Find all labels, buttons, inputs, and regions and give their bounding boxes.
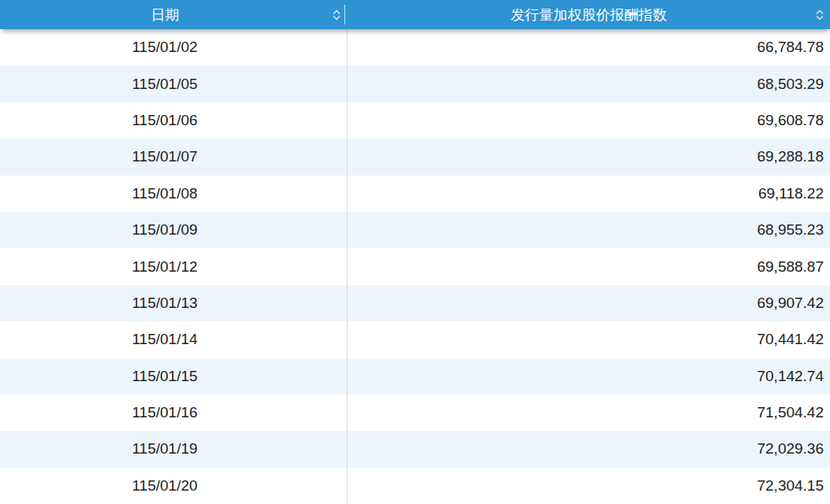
date-cell: 115/01/05 xyxy=(0,65,348,102)
index-value-cell: 68,955.23 xyxy=(348,212,830,248)
index-value-cell: 69,588.87 xyxy=(348,248,830,284)
table-row: 115/01/16 71,504.42 xyxy=(0,395,830,431)
table-row: 115/01/06 69,608.78 xyxy=(0,102,830,139)
table-row: 115/01/09 68,955.23 xyxy=(0,212,830,248)
column-header-date-label: 日期 xyxy=(151,6,197,24)
index-value-cell: 69,288.18 xyxy=(348,139,830,175)
table-row: 115/01/07 69,288.18 xyxy=(0,139,830,175)
index-value-cell: 70,441.42 xyxy=(348,321,830,358)
date-cell: 115/01/19 xyxy=(0,431,348,467)
index-data-table: 日期 发行量加权股价报酬指数 115/01/02 66,784.78 xyxy=(0,0,830,504)
date-cell: 115/01/07 xyxy=(0,139,348,175)
date-cell: 115/01/14 xyxy=(0,321,348,358)
table-row: 115/01/15 70,142.74 xyxy=(0,358,830,395)
date-cell: 115/01/02 xyxy=(0,29,348,65)
column-header-index[interactable]: 发行量加权股价报酬指数 xyxy=(348,0,830,29)
date-cell: 115/01/08 xyxy=(0,176,348,212)
date-cell: 115/01/09 xyxy=(0,212,348,248)
table-body: 115/01/02 66,784.78 115/01/05 68,503.29 … xyxy=(0,29,830,504)
date-cell: 115/01/06 xyxy=(0,102,348,139)
table-header: 日期 发行量加权股价报酬指数 xyxy=(0,0,830,29)
table-row: 115/01/20 72,304.15 xyxy=(0,468,830,504)
table-row: 115/01/12 69,588.87 xyxy=(0,248,830,284)
index-value-cell: 69,118.22 xyxy=(348,176,830,212)
sort-both-icon[interactable] xyxy=(815,8,824,21)
date-cell: 115/01/13 xyxy=(0,285,348,321)
table-row: 115/01/19 72,029.36 xyxy=(0,431,830,467)
sort-both-icon[interactable] xyxy=(332,8,341,21)
table-row: 115/01/08 69,118.22 xyxy=(0,176,830,212)
date-cell: 115/01/20 xyxy=(0,468,348,504)
index-value-cell: 71,504.42 xyxy=(348,395,830,431)
index-value-cell: 69,608.78 xyxy=(348,102,830,139)
column-header-index-label: 发行量加权股价报酬指数 xyxy=(511,6,667,24)
index-value-cell: 70,142.74 xyxy=(348,358,830,395)
table-row: 115/01/05 68,503.29 xyxy=(0,65,830,102)
index-value-cell: 66,784.78 xyxy=(348,29,830,65)
table-row: 115/01/02 66,784.78 xyxy=(0,29,830,65)
column-header-date[interactable]: 日期 xyxy=(0,0,348,29)
index-value-cell: 69,907.42 xyxy=(348,285,830,321)
column-divider xyxy=(344,5,345,24)
date-cell: 115/01/16 xyxy=(0,395,348,431)
date-cell: 115/01/15 xyxy=(0,358,348,395)
table-row: 115/01/13 69,907.42 xyxy=(0,285,830,321)
table-row: 115/01/14 70,441.42 xyxy=(0,321,830,358)
index-value-cell: 72,029.36 xyxy=(348,431,830,467)
date-cell: 115/01/12 xyxy=(0,248,348,284)
index-value-cell: 72,304.15 xyxy=(348,468,830,504)
index-value-cell: 68,503.29 xyxy=(348,65,830,102)
